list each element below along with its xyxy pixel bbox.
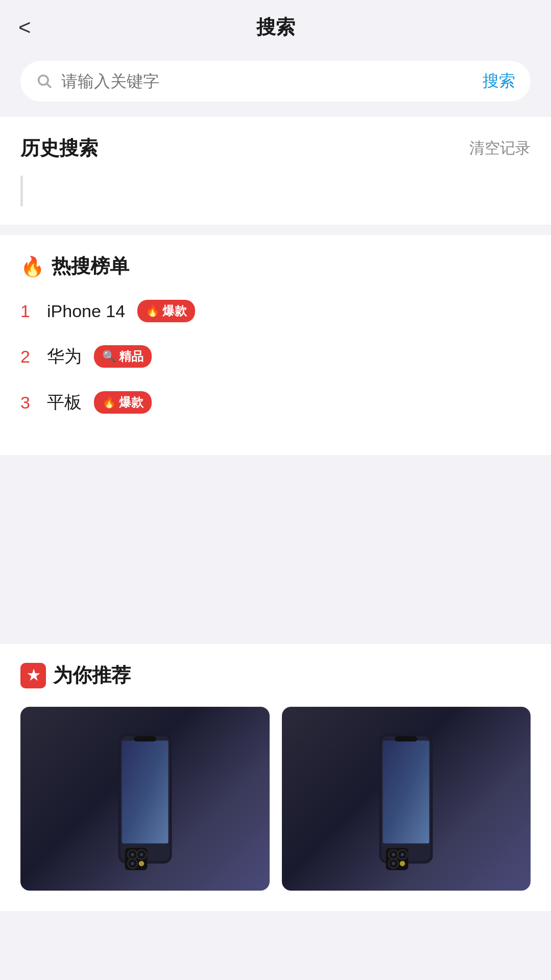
svg-point-38 <box>401 853 404 856</box>
hot-item-3[interactable]: 3 平板 🔥 爆款 <box>20 391 531 414</box>
product-card-2[interactable] <box>282 707 531 891</box>
svg-point-39 <box>392 862 395 865</box>
product-image-2 <box>282 707 531 891</box>
spacer <box>0 465 551 644</box>
product-card-1[interactable] <box>20 707 270 891</box>
svg-rect-5 <box>122 740 168 843</box>
hot-rank-3: 3 <box>20 393 35 413</box>
badge-fire-icon-3: 🔥 <box>102 396 116 409</box>
hot-name-3: 平板 <box>47 391 82 414</box>
recommend-section: ★ 为你推荐 <box>0 644 551 911</box>
hot-rank-2: 2 <box>20 347 35 367</box>
hot-item-1[interactable]: 1 iPhone 14 🔥 爆款 <box>20 300 531 322</box>
phone-svg-2 <box>370 727 442 870</box>
search-button[interactable]: 搜索 <box>483 70 515 92</box>
quality-badge-2: 🔍 精品 <box>94 345 152 368</box>
svg-point-19 <box>140 853 142 856</box>
hot-search-section: 🔥 热搜榜单 1 iPhone 14 🔥 爆款 2 华为 🔍 精品 3 平板 🔥… <box>0 235 551 455</box>
hot-name-2: 华为 <box>47 345 82 368</box>
history-header: 历史搜索 清空记录 <box>20 135 531 161</box>
page-title: 搜索 <box>256 14 295 40</box>
star-icon: ★ <box>20 663 46 688</box>
hot-name-1: iPhone 14 <box>47 301 125 321</box>
svg-rect-25 <box>395 736 417 742</box>
svg-line-1 <box>47 84 51 88</box>
search-bar-container: 搜索 <box>20 61 531 102</box>
svg-rect-6 <box>134 736 156 742</box>
history-section: 历史搜索 清空记录 <box>0 117 551 225</box>
svg-point-18 <box>131 853 134 856</box>
search-bar-section: 搜索 <box>0 51 551 117</box>
svg-point-20 <box>131 862 134 865</box>
svg-point-17 <box>139 861 145 867</box>
hot-item-2[interactable]: 2 华为 🔍 精品 <box>20 345 531 368</box>
history-title: 历史搜索 <box>20 135 98 161</box>
recommend-title: ★ 为你推荐 <box>20 662 531 688</box>
header: < 搜索 <box>0 0 551 51</box>
clear-history-button[interactable]: 清空记录 <box>469 138 531 159</box>
hot-title: 🔥 热搜榜单 <box>20 253 531 279</box>
badge-fire-icon-1: 🔥 <box>146 304 159 318</box>
svg-point-37 <box>392 853 395 856</box>
product-grid <box>20 707 531 911</box>
back-button[interactable]: < <box>18 15 31 40</box>
svg-point-0 <box>39 76 48 85</box>
svg-rect-24 <box>383 740 429 843</box>
badge-search-icon-2: 🔍 <box>102 350 116 363</box>
search-icon <box>36 73 53 90</box>
fire-icon: 🔥 <box>20 255 44 278</box>
hot-rank-1: 1 <box>20 301 35 321</box>
hot-badge-1: 🔥 爆款 <box>137 300 195 322</box>
svg-point-36 <box>400 861 405 867</box>
phone-svg-1 <box>109 727 181 870</box>
hot-badge-3: 🔥 爆款 <box>94 391 152 414</box>
history-tags <box>20 176 531 206</box>
search-input[interactable] <box>61 72 474 91</box>
product-image-1 <box>20 707 270 891</box>
